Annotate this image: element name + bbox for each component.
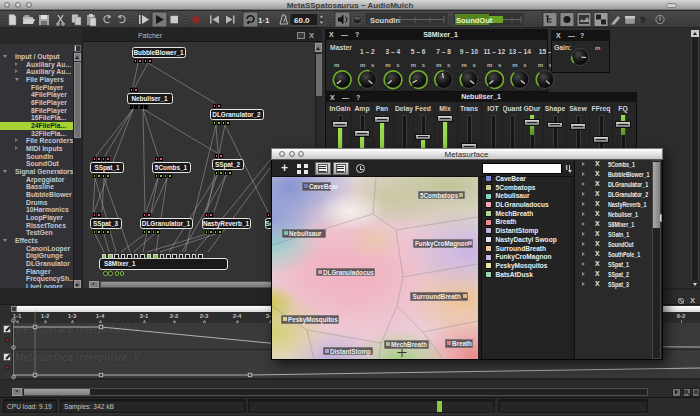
svg-text:1·1: 1·1 — [258, 16, 270, 25]
svg-text:60.0: 60.0 — [294, 16, 310, 25]
svg-text:SoundIn: SoundIn — [370, 16, 400, 25]
svg-text:SoundOut: SoundOut — [456, 16, 493, 25]
